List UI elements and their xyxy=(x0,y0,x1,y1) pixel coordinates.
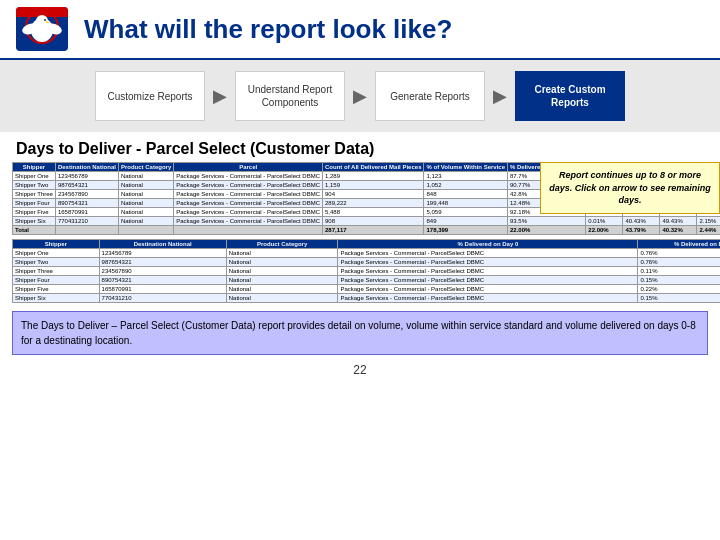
table-cell: Shipper Six xyxy=(13,217,56,226)
table-cell: 1,052 xyxy=(424,181,508,190)
table-cell: 287,117 xyxy=(323,226,424,235)
table-cell: 234567890 xyxy=(99,267,226,276)
table-cell: Shipper One xyxy=(13,249,100,258)
table-cell: 199,448 xyxy=(424,199,508,208)
main-content: Shipper Destination National Product Cat… xyxy=(0,162,720,307)
table-cell: National xyxy=(118,217,173,226)
table-cell: 2.44% xyxy=(697,226,720,235)
table-cell: 40.43% xyxy=(623,217,660,226)
section-title: Days to Deliver - Parcel Select (Custome… xyxy=(0,132,720,162)
table-cell: 40.32% xyxy=(660,226,697,235)
table-cell: National xyxy=(118,199,173,208)
table-cell: 0.11% xyxy=(638,267,720,276)
table-cell: Shipper Two xyxy=(13,258,100,267)
table-cell: 770431210 xyxy=(55,217,118,226)
arrow-icon-1: ▶ xyxy=(213,85,227,107)
table-row: Shipper One123456789NationalPackage Serv… xyxy=(13,249,721,258)
step-understand[interactable]: Understand Report Components xyxy=(235,71,345,121)
table-cell: National xyxy=(118,181,173,190)
table-cell: 165870991 xyxy=(55,208,118,217)
table-row: Shipper Five165870991NationalPackage Ser… xyxy=(13,285,721,294)
svg-point-5 xyxy=(36,15,48,27)
usps-logo xyxy=(16,7,68,51)
table-cell: Package Services - Commercial - ParcelSe… xyxy=(338,249,638,258)
table-cell: Shipper Three xyxy=(13,267,100,276)
table-cell: 0.15% xyxy=(638,276,720,285)
arrow-icon-2: ▶ xyxy=(353,85,367,107)
step-customize[interactable]: Customize Reports xyxy=(95,71,205,121)
table-cell: Package Services - Commercial - ParcelSe… xyxy=(174,181,323,190)
step-create-custom[interactable]: Create Custom Reports xyxy=(515,71,625,121)
col-volume-within: % of Volume Within Service xyxy=(424,163,508,172)
table-cell xyxy=(55,226,118,235)
table-cell: National xyxy=(118,172,173,181)
table-row: Shipper Two987654321NationalPackage Serv… xyxy=(13,258,721,267)
table-row: Shipper Six770431210NationalPackage Serv… xyxy=(13,217,721,226)
table-cell: 0.15% xyxy=(638,294,720,303)
table-cell: 123456789 xyxy=(55,172,118,181)
table-cell: Shipper Six xyxy=(13,294,100,303)
table-cell: National xyxy=(226,267,338,276)
table-cell: 93.5% xyxy=(507,217,585,226)
table-cell: Shipper Four xyxy=(13,276,100,285)
page-number: 22 xyxy=(0,359,720,381)
table-cell: 234567890 xyxy=(55,190,118,199)
table-cell: 2.15% xyxy=(697,217,720,226)
table-cell: 43.79% xyxy=(623,226,660,235)
svg-point-7 xyxy=(44,19,46,21)
table-cell: 904 xyxy=(323,190,424,199)
table-cell: 908 xyxy=(323,217,424,226)
col-shipper: Shipper xyxy=(13,163,56,172)
col2-pct-d1: % Delivered on Day 1 xyxy=(638,240,720,249)
steps-bar: Customize Reports ▶ Understand Report Co… xyxy=(0,60,720,132)
table-cell: Package Services - Commercial - ParcelSe… xyxy=(338,258,638,267)
table-cell: Package Services - Commercial - ParcelSe… xyxy=(174,208,323,217)
col2-shipper: Shipper xyxy=(13,240,100,249)
table-cell: Package Services - Commercial - ParcelSe… xyxy=(338,276,638,285)
table-cell: 770431210 xyxy=(99,294,226,303)
table-cell: National xyxy=(226,294,338,303)
table-row: Shipper Three234567890NationalPackage Se… xyxy=(13,267,721,276)
arrow-icon-3: ▶ xyxy=(493,85,507,107)
col2-pct-d0: % Delivered on Day 0 xyxy=(338,240,638,249)
table-cell: 0.76% xyxy=(638,249,720,258)
col-product: Product Category xyxy=(118,163,173,172)
table-cell: 1,123 xyxy=(424,172,508,181)
table-cell: 849 xyxy=(424,217,508,226)
table-row: Shipper Six770431210NationalPackage Serv… xyxy=(13,294,721,303)
table-cell xyxy=(118,226,173,235)
table-cell: Shipper Four xyxy=(13,199,56,208)
table-cell: Package Services - Commercial - ParcelSe… xyxy=(174,199,323,208)
header: What will the report look like? xyxy=(0,0,720,60)
table-cell: Package Services - Commercial - ParcelSe… xyxy=(338,267,638,276)
description-box: The Days to Deliver – Parcel Select (Cus… xyxy=(12,311,708,355)
table-row: Total287,117178,39922.00%22.00%43.79%40.… xyxy=(13,226,721,235)
table-cell: National xyxy=(226,285,338,294)
table-cell: 289,222 xyxy=(323,199,424,208)
table-cell: 987654321 xyxy=(99,258,226,267)
table-cell: 0.01% xyxy=(586,217,623,226)
table-cell: National xyxy=(226,249,338,258)
table-cell: Shipper One xyxy=(13,172,56,181)
table-cell: 22.00% xyxy=(507,226,585,235)
col2-product: Product Category xyxy=(226,240,338,249)
table-cell: Shipper Five xyxy=(13,285,100,294)
table-cell: 890754321 xyxy=(55,199,118,208)
table-cell: National xyxy=(118,208,173,217)
page-title: What will the report look like? xyxy=(84,14,452,45)
table-cell: 5,059 xyxy=(424,208,508,217)
table-cell: 123456789 xyxy=(99,249,226,258)
callout-tooltip: Report continues up to 8 or more days. C… xyxy=(540,162,720,214)
table-cell: 1,159 xyxy=(323,181,424,190)
table-cell xyxy=(174,226,323,235)
col-dest: Destination National xyxy=(55,163,118,172)
table-cell: 49.43% xyxy=(660,217,697,226)
col-parcel: Parcel xyxy=(174,163,323,172)
report-table-2: Shipper Destination National Product Cat… xyxy=(12,239,720,303)
table-cell: 1,289 xyxy=(323,172,424,181)
table-cell: Package Services - Commercial - ParcelSe… xyxy=(338,294,638,303)
table-cell: 848 xyxy=(424,190,508,199)
table-cell: National xyxy=(226,258,338,267)
table-cell: Package Services - Commercial - ParcelSe… xyxy=(338,285,638,294)
step-generate[interactable]: Generate Reports xyxy=(375,71,485,121)
